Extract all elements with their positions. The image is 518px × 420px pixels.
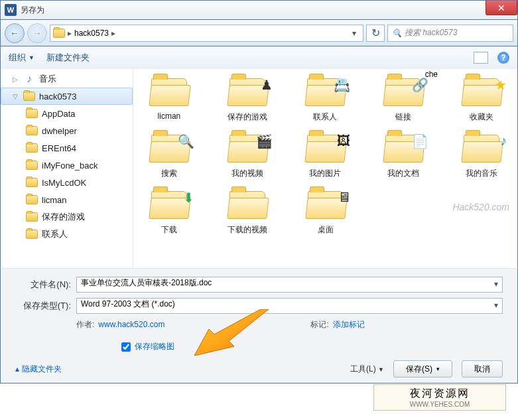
content-area: ▷ ♪ 音乐 ▽ hack0573 AppData dwhelper EREnt… — [0, 69, 518, 268]
folder-item[interactable]: 🎬我的视频 — [218, 129, 277, 179]
folder-item[interactable]: 🔗链接 — [374, 73, 432, 123]
search-input[interactable]: 🔍 搜索 hack0573 — [387, 25, 513, 42]
new-folder-button[interactable]: 新建文件夹 — [46, 52, 90, 64]
hide-folders-button[interactable]: ▴ 隐藏文件夹 — [15, 364, 62, 375]
folder-icon — [26, 109, 38, 118]
search-icon: 🔍 — [178, 133, 194, 149]
folder-icon — [26, 230, 38, 239]
filename-label: 文件名(N): — [15, 279, 76, 291]
star-icon: ★ — [495, 77, 507, 93]
folder-icon — [26, 143, 38, 153]
video-icon: 🎬 — [256, 133, 273, 149]
tree-item-hack0573[interactable]: ▽ hack0573 — [1, 88, 133, 105]
tree-item[interactable]: AppData — [1, 105, 133, 122]
music-icon: ♪ — [500, 133, 507, 149]
tree-item[interactable]: 保存的游戏 — [1, 208, 133, 226]
title-bar: W 另存为 ✕ — [0, 0, 518, 20]
folder-item[interactable]: 📄我的文档 — [374, 129, 432, 179]
folder-item[interactable]: ♪我的音乐 — [452, 129, 511, 179]
download-icon: ⬇ — [183, 190, 194, 206]
link-icon: 🔗 — [412, 77, 428, 93]
nav-bar: ← → ▸ hack0573 ▸ ▾ ↻ 🔍 搜索 hack0573 — [0, 20, 518, 46]
games-icon: ♟ — [261, 77, 273, 93]
folder-icon — [53, 29, 65, 38]
breadcrumb-item[interactable]: hack0573 — [74, 29, 109, 38]
save-form: 文件名(N): 事业单位交流人员审核表-2018版.doc 保存类型(T): W… — [0, 268, 518, 384]
folder-item[interactable]: licman — [140, 73, 198, 123]
filetype-label: 保存类型(T): — [15, 300, 76, 312]
tree-item[interactable]: 联系人 — [1, 226, 133, 243]
tag-label: 标记: — [310, 320, 328, 329]
folder-item[interactable]: 🔍搜索 — [140, 129, 198, 179]
contact-icon: 📇 — [334, 77, 350, 93]
toolbar: 组织▼ 新建文件夹 ? — [0, 46, 518, 69]
folder-item[interactable]: 📇联系人 — [296, 73, 355, 123]
tree-item[interactable]: iMyFone_back — [1, 157, 133, 174]
filename-input[interactable]: 事业单位交流人员审核表-2018版.doc — [76, 277, 503, 293]
tag-value[interactable]: 添加标记 — [333, 320, 365, 329]
desktop-icon: 🖥 — [338, 190, 351, 205]
collapse-icon[interactable]: ▽ — [13, 93, 19, 100]
source-stamp: 夜河资源网 WWW.YEHES.COM — [373, 384, 506, 411]
tree-item[interactable]: dwhelper — [1, 122, 133, 139]
search-icon: 🔍 — [392, 29, 402, 38]
help-button[interactable]: ? — [497, 52, 509, 64]
folder-item[interactable]: ★收藏夹 — [452, 73, 511, 123]
watermark: Hack520.com — [452, 202, 509, 212]
folder-item[interactable]: ⬇下载 — [140, 186, 198, 236]
music-icon: ♪ — [23, 73, 35, 85]
tree-item[interactable]: licman — [1, 191, 133, 208]
document-icon: 📄 — [412, 133, 428, 149]
folder-icon — [26, 178, 38, 187]
folder-icon — [26, 195, 38, 204]
save-button[interactable]: 保存(S) ▾ — [393, 360, 452, 378]
folder-tree[interactable]: ▷ ♪ 音乐 ▽ hack0573 AppData dwhelper EREnt… — [1, 69, 133, 268]
folder-item[interactable]: 下载的视频 — [218, 186, 277, 236]
address-dropdown[interactable]: ▾ — [348, 29, 360, 38]
folder-icon — [26, 126, 38, 135]
refresh-button[interactable]: ↻ — [366, 25, 385, 42]
folder-pane[interactable]: che licman ♟保存的游戏 📇联系人 🔗链接 ★收藏夹 🔍搜索 🎬我的视… — [133, 69, 517, 268]
filetype-select[interactable]: Word 97-2003 文档 (*.doc) — [76, 298, 503, 314]
folder-item[interactable]: 🖼我的图片 — [296, 129, 355, 179]
folder-icon — [23, 92, 35, 101]
folder-item[interactable]: ♟保存的游戏 — [218, 73, 277, 123]
chevron-up-icon: ▴ — [15, 364, 19, 374]
tools-menu[interactable]: 工具(L) ▼ — [350, 364, 384, 375]
author-value[interactable]: www.hack520.com — [98, 320, 164, 329]
view-options-button[interactable] — [474, 52, 488, 64]
breadcrumb-sep: ▸ — [111, 29, 115, 38]
tree-item[interactable]: IsMyLcdOK — [1, 174, 133, 191]
tree-item-music[interactable]: ▷ ♪ 音乐 — [1, 70, 133, 88]
address-bar[interactable]: ▸ hack0573 ▸ ▾ — [50, 25, 363, 42]
thumbnail-checkbox[interactable] — [121, 342, 131, 352]
search-placeholder: 搜索 hack0573 — [405, 27, 457, 38]
cancel-button[interactable]: 取消 — [462, 360, 503, 378]
folder-icon — [26, 212, 38, 222]
expand-icon[interactable]: ▷ — [13, 76, 19, 83]
organize-menu[interactable]: 组织▼ — [9, 52, 34, 64]
thumbnail-label[interactable]: 保存缩略图 — [135, 341, 174, 352]
close-button[interactable]: ✕ — [486, 1, 517, 15]
picture-icon: 🖼 — [337, 133, 350, 149]
back-button[interactable]: ← — [5, 23, 25, 43]
breadcrumb-sep: ▸ — [68, 29, 72, 38]
folder-item[interactable]: 🖥桌面 — [296, 186, 355, 236]
window-title: 另存为 — [21, 5, 44, 16]
folder-icon — [26, 161, 38, 170]
forward-button[interactable]: → — [27, 23, 47, 43]
app-icon: W — [5, 4, 17, 16]
author-label: 作者: — [76, 320, 94, 329]
tree-item[interactable]: EREnt64 — [1, 139, 133, 157]
